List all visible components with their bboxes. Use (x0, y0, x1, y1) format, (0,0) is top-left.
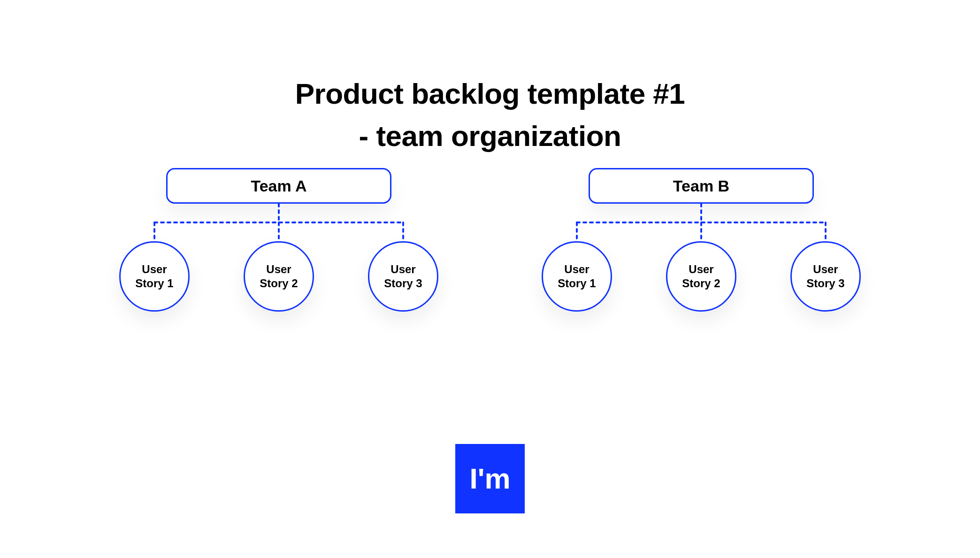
team-a-group: Team A User Story 1 User Story 2 (119, 168, 438, 312)
story-line-2: Story 1 (558, 276, 596, 290)
story-line-1: User (142, 262, 167, 276)
title-line-2: - team organization (0, 115, 980, 157)
team-a-story-1: User Story 1 (119, 241, 190, 312)
title-line-1: Product backlog template #1 (0, 73, 980, 115)
story-line-2: Story 2 (260, 276, 298, 290)
story-line-1: User (813, 262, 838, 276)
team-a-story-2: User Story 2 (244, 241, 314, 312)
team-b-label: Team B (673, 177, 729, 195)
story-line-1: User (390, 262, 415, 276)
brand-logo-text: I'm (469, 464, 510, 493)
team-a-box: Team A (166, 168, 391, 204)
team-b-story-3: User Story 3 (790, 241, 861, 312)
brand-logo: I'm (455, 444, 525, 513)
team-b-story-2: User Story 2 (666, 241, 736, 312)
team-b-story-1: User Story 1 (542, 241, 612, 312)
story-line-2: Story 3 (384, 276, 422, 290)
team-a-label: Team A (251, 177, 306, 195)
story-line-1: User (564, 262, 589, 276)
story-line-1: User (266, 262, 291, 276)
story-line-2: Story 3 (806, 276, 844, 290)
teams-container: Team A User Story 1 User Story 2 (0, 168, 980, 312)
team-b-connectors (542, 204, 861, 241)
team-a-stories: User Story 1 User Story 2 User Story 3 (119, 241, 438, 312)
story-line-1: User (689, 262, 713, 276)
story-line-2: Story 1 (135, 276, 173, 290)
team-a-story-3: User Story 3 (368, 241, 438, 312)
team-b-group: Team B User Story 1 User Story 2 (542, 168, 861, 312)
team-b-stories: User Story 1 User Story 2 User Story 3 (542, 241, 861, 312)
team-b-box: Team B (589, 168, 814, 204)
team-a-connectors (119, 204, 438, 241)
diagram-title: Product backlog template #1 - team organ… (0, 73, 980, 157)
story-line-2: Story 2 (682, 276, 720, 290)
